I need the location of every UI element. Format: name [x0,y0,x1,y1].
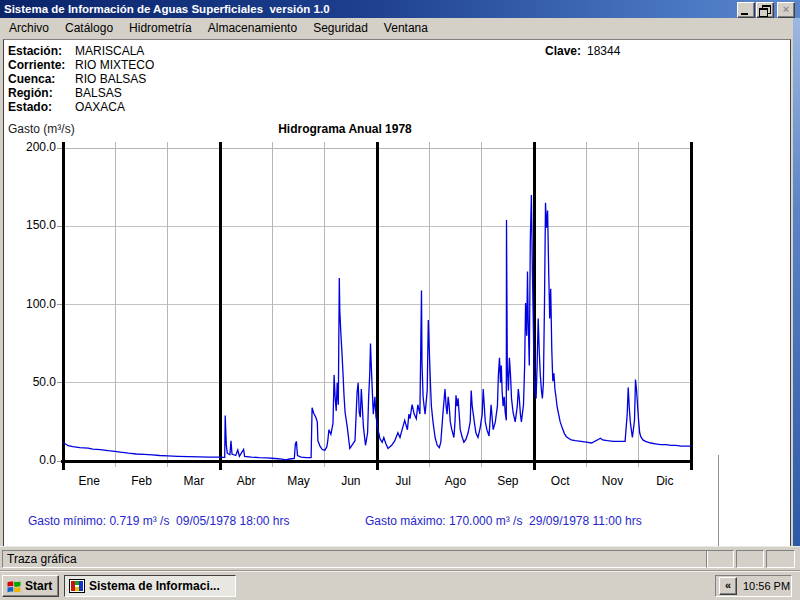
close-button[interactable]: × [777,2,795,18]
minimize-button[interactable] [737,2,755,18]
y-axis-tick-label: 50.0 [16,375,56,389]
menu-item-catalogo[interactable]: Catálogo [57,19,121,37]
menu-item-almacenamiento[interactable]: Almacenamiento [200,19,305,37]
x-axis-month-label: Jul [377,474,429,488]
y-axis-tick-label: 0.0 [16,453,56,467]
hydrograph-plot [4,40,724,495]
x-axis-month-label: Ago [429,474,481,488]
task-button-sias[interactable]: Sistema de Informaci... [64,575,236,597]
tray-expand-chevron[interactable]: « [719,577,737,595]
x-axis-month-label: May [272,474,324,488]
taskbar-clock: 10:56 PM [743,580,790,592]
client-area: Estación: MARISCALA Corriente: RIO MIXTE… [0,38,793,546]
x-axis-month-label: Oct [534,474,586,488]
x-axis-month-label: Abr [220,474,272,488]
y-axis-tick-label: 100.0 [16,297,56,311]
taskbar: Start Sistema de Informaci... « 10:56 PM [0,571,800,600]
desktop-background [793,18,800,571]
y-axis-tick-label: 150.0 [16,218,56,232]
x-axis-month-label: Feb [115,474,167,488]
status-pane-2 [736,550,764,568]
window-title: Sistema de Información de Aguas Superfic… [0,3,330,15]
gasto-maximo-annotation: Gasto máximo: 170.000 m³ /s 29/09/1978 1… [345,500,642,542]
x-axis-month-label: Dic [639,474,691,488]
caption-buttons: × [736,2,795,18]
x-axis-month-label: Nov [586,474,638,488]
minimize-icon [741,13,748,15]
title-bar: Sistema de Información de Aguas Superfic… [0,0,800,18]
x-axis-month-label: Jun [325,474,377,488]
menu-item-seguridad[interactable]: Seguridad [305,19,376,37]
windows-logo-icon [6,578,22,594]
status-pane-3 [766,550,795,568]
system-tray: « 10:56 PM [715,575,792,597]
menu-item-hidrometria[interactable]: Hidrometría [121,19,200,37]
task-button-label: Sistema de Informaci... [89,579,220,593]
menu-item-ventana[interactable]: Ventana [376,19,436,37]
menu-item-archivo[interactable]: Archivo [1,19,57,37]
document-panel: Estación: MARISCALA Corriente: RIO MIXTE… [3,39,791,546]
x-axis-month-label: Sep [482,474,534,488]
child-window-edge [718,455,719,546]
sias-app-icon [69,578,85,594]
menu-bar: Archivo Catálogo Hidrometría Almacenamie… [0,18,800,38]
start-button[interactable]: Start [2,575,59,597]
x-axis-month-label: Ene [63,474,115,488]
start-label: Start [25,579,52,593]
y-axis-tick-label: 200.0 [16,140,56,154]
x-axis-month-label: Mar [168,474,220,488]
restore-button[interactable] [756,2,774,18]
status-message: Traza gráfica [2,550,708,568]
gasto-minimo-annotation: Gasto mínimo: 0.719 m³ /s 09/05/1978 18:… [8,500,290,542]
status-pane-1 [706,550,734,568]
status-bar: Traza gráfica [0,546,800,572]
